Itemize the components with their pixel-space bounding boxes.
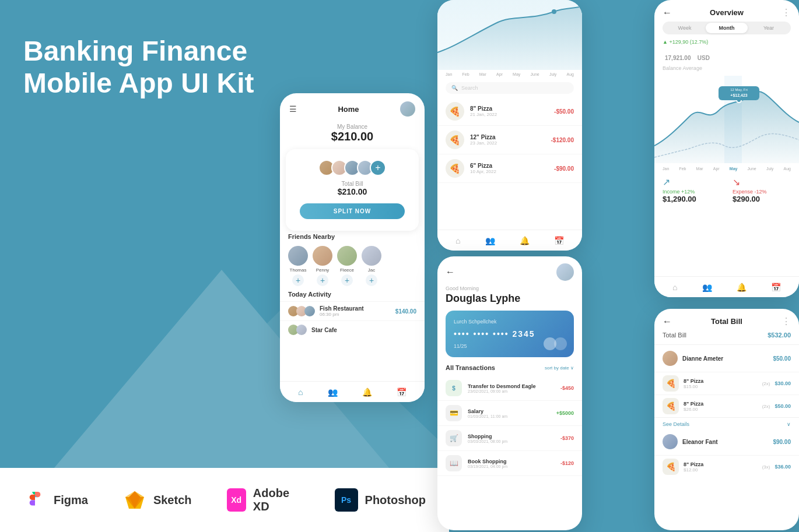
p2-months: JanFeb MarApr MayJune JulyAug: [437, 70, 582, 79]
p5-header: ← Total Bill ⋮: [654, 309, 799, 332]
activity-info: Fish Restaurant 06:30 pm: [320, 305, 391, 317]
p2-chart-svg: [437, 0, 582, 70]
bill-info-1: 8" Pizza $15.00: [684, 378, 758, 389]
tx-detail-3: Shopping 03/03/2021, 08:00 pm: [468, 434, 555, 443]
card-circle-2: [554, 337, 567, 350]
p4-greeting: Good Morning: [437, 286, 582, 293]
screens-area: ☰ Home My Balance $210.00 + Total Bill $…: [274, 0, 799, 532]
p3-nav-bell[interactable]: 🔔: [737, 283, 747, 292]
expense-stat: ↘ Expense -12% $290.00: [733, 177, 791, 203]
xd-icon: Xd: [227, 488, 246, 512]
friend-add-fleece[interactable]: +: [341, 274, 353, 286]
split-avatars: +: [292, 155, 413, 178]
nav-bell-icon[interactable]: 🔔: [362, 387, 372, 397]
svg-text:12 May, Fri: 12 May, Fri: [730, 88, 748, 91]
person-name-eleanor: Eleanor Fant: [682, 439, 768, 445]
p3-balance-label: Balance Average: [654, 65, 799, 76]
p2-nav-home[interactable]: ⌂: [455, 236, 460, 245]
tx-info-3: 6" Pizza 10 Apr, 2022: [470, 163, 548, 174]
friend-name-fleece: Fleece: [340, 267, 354, 273]
bill-name-1: 8" Pizza: [684, 378, 758, 384]
p3-months: JanFeb MarApr May JuneJuly Aug: [654, 165, 799, 172]
tx-title-1: Transfer to Desmond Eagle: [468, 383, 555, 389]
friend-penny: Penny +: [313, 246, 332, 286]
activity-name-2: Star Cafe: [311, 327, 416, 333]
nav-home-icon[interactable]: ⌂: [298, 387, 303, 397]
tx-2[interactable]: 🍕 12" Pizza 23 Jan, 2022 -$120.00: [437, 126, 582, 154]
bill-qty-1: (2x): [762, 381, 770, 386]
tab-month[interactable]: Month: [706, 23, 748, 33]
phone-overview: ← Overview ⋮ Week Month Year ▲ +129,90 (…: [654, 0, 799, 297]
friend-name-penny: Penny: [316, 267, 330, 273]
p3-nav-cal[interactable]: 📅: [771, 283, 781, 292]
back-arrow-3[interactable]: ←: [663, 8, 672, 18]
more-icon-3[interactable]: ⋮: [782, 7, 791, 18]
friend-add-penny[interactable]: +: [317, 274, 328, 286]
phone1-header: ☰ Home: [280, 93, 425, 121]
tx-icon-shopping: 🛒: [446, 430, 462, 446]
phone-total-bill: ← Total Bill ⋮ Total Bill $532.00 Dianne…: [654, 309, 799, 530]
split-card: + Total Bill $210.00 SPLIT NOW: [286, 149, 419, 231]
bill-item-3: 🍕 8" Pizza $12.00 (3x) $36.00: [654, 455, 799, 478]
figma-label: Figma: [54, 494, 88, 507]
tx-detail-4: Book Shopping 03/19/2021, 04:00 pm: [468, 459, 555, 468]
figma-icon: [23, 488, 47, 512]
search-bar[interactable]: 🔍 Search: [446, 82, 574, 94]
p3-header: ← Overview ⋮: [654, 0, 799, 22]
p2-nav-bell[interactable]: 🔔: [520, 236, 530, 245]
tx-item-2[interactable]: 💳 Salary 01/03/2021, 11:00 am +$5000: [437, 401, 582, 426]
bill-total-1: $30.00: [775, 380, 791, 386]
tx-name-2: 12" Pizza: [470, 134, 545, 140]
p4-header: ←: [437, 256, 582, 286]
tool-figma: Figma: [23, 488, 88, 512]
sort-label[interactable]: sort by date ∨: [545, 365, 574, 371]
split-now-button[interactable]: SPLIT NOW: [300, 203, 405, 219]
friend-jac: Jac +: [362, 246, 381, 286]
person-dianne: Dianne Ameter $50.00: [663, 351, 791, 366]
tx-title-4: Book Shopping: [468, 459, 555, 464]
tool-sketch: Sketch: [123, 488, 192, 512]
back-arrow-4[interactable]: ←: [446, 267, 455, 277]
nav-friends-icon[interactable]: 👥: [328, 387, 338, 397]
nav-calendar-icon[interactable]: 📅: [397, 387, 406, 397]
p3-nav-home[interactable]: ⌂: [672, 283, 677, 292]
tx-date-sm-1: 23/02/2021, 09:00 am: [468, 389, 555, 393]
tab-week[interactable]: Week: [664, 23, 706, 33]
p3-nav-friends[interactable]: 👥: [702, 283, 712, 292]
tx-item-3[interactable]: 🛒 Shopping 03/03/2021, 08:00 pm -$370: [437, 426, 582, 451]
phone-home: ☰ Home My Balance $210.00 + Total Bill $…: [280, 93, 425, 402]
activity-fish: Fish Restaurant 06:30 pm $140.00: [280, 301, 425, 320]
tx-item-4[interactable]: 📖 Book Shopping 03/19/2021, 04:00 pm -$1…: [437, 451, 582, 476]
bill-item-2: 🍕 8" Pizza $26.00 (2x) $50.00: [654, 394, 799, 417]
tx-icon-book: 📖: [446, 455, 462, 471]
p2-nav-cal[interactable]: 📅: [554, 236, 564, 245]
friends-list: Thomas + Penny + Fleece + Jac +: [280, 244, 425, 288]
bill-icon-2: 🍕: [663, 398, 679, 414]
activity-amount: $140.00: [395, 308, 416, 315]
friend-add-jac[interactable]: +: [366, 274, 377, 286]
tab-year[interactable]: Year: [748, 23, 790, 33]
balance-amount: $210.00: [280, 130, 425, 143]
tx-1[interactable]: 🍕 8" Pizza 21 Jan, 2022 -$50.00: [437, 97, 582, 126]
phone1-nav: ⌂ 👥 🔔 📅: [280, 381, 425, 402]
phone3-nav: ⌂ 👥 🔔 📅: [654, 276, 799, 297]
phone2-nav: ⌂ 👥 🔔 📅: [437, 230, 582, 251]
tx-item-1[interactable]: $ Transfer to Desmond Eagle 23/02/2021, …: [437, 376, 582, 401]
tx-date-2: 23 Jan, 2022: [470, 140, 545, 146]
p2-nav-friends[interactable]: 👥: [485, 236, 495, 245]
activity-section-title: Today Activity: [280, 288, 425, 301]
menu-icon[interactable]: ☰: [289, 104, 297, 114]
more-icon-5[interactable]: ⋮: [782, 316, 791, 327]
split-add[interactable]: +: [370, 160, 386, 176]
back-arrow-5[interactable]: ←: [663, 316, 672, 327]
tx-amount-1: -$50.00: [554, 108, 574, 115]
user-avatar[interactable]: [400, 101, 415, 117]
see-details-btn[interactable]: See Details ∨: [654, 417, 799, 431]
tx-3[interactable]: 🍕 6" Pizza 10 Apr, 2022 -$90.00: [437, 154, 582, 183]
friend-add-thomas[interactable]: +: [292, 274, 304, 286]
friend-avatar-fleece: [337, 246, 357, 266]
p5-total-amount: $532.00: [768, 332, 791, 339]
person-amount-dianne: $50.00: [773, 355, 791, 362]
friend-avatar-penny: [313, 246, 332, 266]
bill-total-2: $50.00: [775, 403, 791, 409]
